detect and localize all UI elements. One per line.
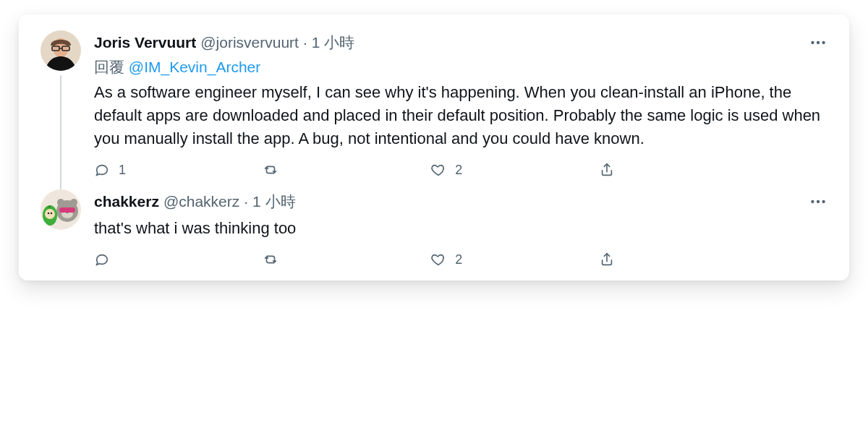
display-name[interactable]: chakkerz [94,192,159,212]
tweet[interactable]: chakkerz @chakkerz · 1 小時 that's what i … [38,189,830,267]
tweet-gutter [38,30,84,178]
svg-point-5 [811,41,814,44]
svg-point-20 [817,200,820,203]
timestamp[interactable]: 1 小時 [312,33,355,53]
like-button[interactable]: 2 [430,162,599,178]
tweet-card: Joris Vervuurt @jorisvervuurt · 1 小時 回覆 … [19,14,849,280]
display-name[interactable]: Joris Vervuurt [94,33,196,53]
action-bar: 2 [94,252,615,267]
share-button[interactable] [599,252,615,267]
svg-point-6 [817,41,820,44]
like-button[interactable]: 2 [430,252,599,267]
reply-prefix: 回覆 [94,59,124,75]
svg-point-18 [51,213,53,215]
action-bar: 1 2 [94,162,615,178]
svg-point-16 [45,209,55,219]
handle[interactable]: @jorisvervuurt [200,33,299,53]
retweet-icon [263,162,278,178]
more-icon [809,33,827,52]
svg-point-19 [811,200,814,203]
reply-mention[interactable]: @IM_Kevin_Archer [129,59,260,75]
svg-point-11 [70,199,77,206]
more-icon [809,192,827,211]
tweet-content: chakkerz @chakkerz · 1 小時 that's what i … [84,189,830,267]
reply-button[interactable]: 1 [94,162,263,178]
share-icon [599,162,615,178]
more-button[interactable] [806,189,830,214]
retweet-button[interactable] [263,162,431,178]
retweet-button[interactable] [263,252,431,267]
separator-dot: · [303,33,307,53]
tweet-text: As a software engineer myself, I can see… [94,81,830,150]
tweet-text: that's what i was thinking too [94,217,830,240]
reply-context: 回覆 @IM_Kevin_Archer [94,56,830,78]
thread-line [60,75,61,189]
svg-point-21 [822,200,825,203]
reply-count: 1 [119,163,126,176]
share-button[interactable] [599,162,615,178]
reply-icon [94,252,110,267]
tweet-header: chakkerz @chakkerz · 1 小時 [94,192,296,212]
separator-dot: · [244,192,248,212]
like-count: 2 [455,253,462,266]
svg-point-7 [822,41,825,44]
retweet-icon [263,252,278,267]
svg-point-17 [48,213,50,215]
tweet[interactable]: Joris Vervuurt @jorisvervuurt · 1 小時 回覆 … [38,30,830,178]
tweet-gutter [38,189,84,267]
timestamp[interactable]: 1 小時 [252,192,296,212]
reply-icon [94,162,110,178]
like-count: 2 [455,163,462,176]
svg-point-10 [57,199,64,206]
tweet-header: Joris Vervuurt @jorisvervuurt · 1 小時 [94,33,354,53]
share-icon [599,252,615,267]
reply-button[interactable] [94,252,263,267]
heart-icon [430,252,446,267]
avatar[interactable] [41,30,81,71]
heart-icon [430,162,446,178]
svg-rect-14 [59,207,75,213]
avatar[interactable] [41,189,81,230]
tweet-content: Joris Vervuurt @jorisvervuurt · 1 小時 回覆 … [84,30,830,178]
handle[interactable]: @chakkerz [163,192,239,212]
more-button[interactable] [806,30,830,55]
